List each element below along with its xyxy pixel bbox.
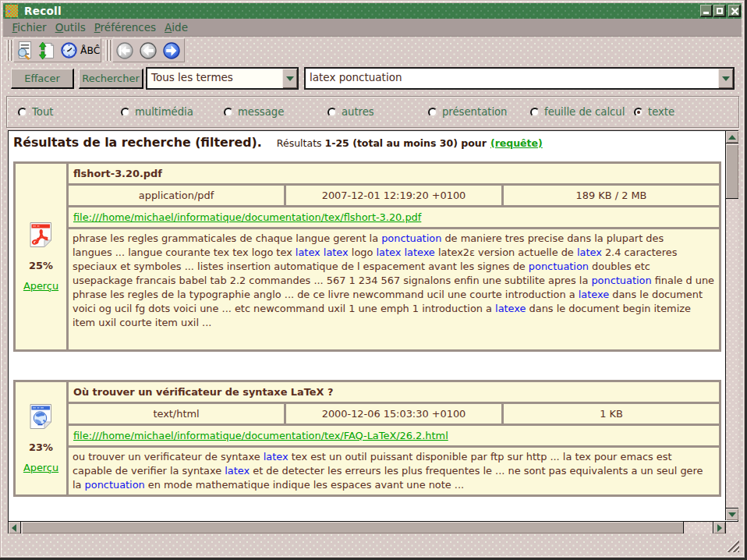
menu-fichier[interactable]: Fichier <box>8 19 51 35</box>
menu-preferences[interactable]: Préférences <box>90 19 160 35</box>
snippet-text: ou trouver un verificateur de syntaxe <box>73 451 264 463</box>
radio-icon <box>327 108 337 117</box>
clear-button[interactable]: Effacer <box>11 69 74 89</box>
term-explorer-icon: ÅBĈ <box>80 45 100 56</box>
result-mime: application/pdf <box>69 186 284 205</box>
titlebar[interactable]: Recoll <box>3 3 742 19</box>
handle-bar <box>105 40 108 61</box>
menu-mnemonic: A <box>165 21 172 34</box>
filter-radio-multime-dia[interactable]: multimédia <box>121 106 193 118</box>
sort-by-date-button[interactable] <box>58 42 80 58</box>
search-button[interactable]: Rechercher <box>79 69 143 89</box>
arrow-up-icon <box>728 135 736 140</box>
result-url-link[interactable]: file:///home/michael/informatique/docume… <box>73 430 448 441</box>
highlighted-term: latexe <box>579 289 609 300</box>
results-list: 25% Aperçu flshort-3.20.pdf application/… <box>9 161 724 497</box>
maximize-button[interactable] <box>713 5 726 17</box>
result-title: flshort-3.20.pdf <box>69 164 719 183</box>
menu-mnemonic: O <box>55 21 64 34</box>
menu-label: références <box>101 21 157 34</box>
result-side-cell: 23% Aperçu <box>16 382 66 494</box>
relevance-percent: 25% <box>16 260 66 271</box>
result-snippet: ou trouver un verificateur de syntaxe la… <box>69 448 719 494</box>
filter-radio-label: texte <box>648 106 674 118</box>
vertical-scrollbar-thumb[interactable] <box>726 144 738 199</box>
result-date: 2000-12-06 15:03:30 +0100 <box>286 404 501 424</box>
highlighted-term: latex <box>225 465 250 477</box>
search-query-combo[interactable]: latex ponctuation <box>304 67 735 90</box>
results-header-prefix: Résultats <box>271 137 325 149</box>
html-file-icon <box>30 404 52 429</box>
result-url-cell: file:///home/michael/informatique/docume… <box>69 426 719 445</box>
snippet-text: capable de verifier la syntaxe <box>73 465 225 477</box>
next-page-button[interactable] <box>160 42 183 59</box>
filter-radio-autres[interactable]: autres <box>327 106 374 118</box>
search-query-dropdown-button[interactable] <box>718 69 733 88</box>
search-query-value: latex ponctuation <box>310 71 402 83</box>
result-title: Où trouver un vérificateur de syntaxe La… <box>69 382 719 402</box>
vertical-scrollbar[interactable] <box>725 131 738 520</box>
highlighted-term: latex latex <box>296 246 349 258</box>
snippet-text: et de detecter les erreurs les plus freq… <box>250 465 703 477</box>
app-icon-dot <box>8 10 10 12</box>
result-snippet: phrase les regles grammaticales de chaqu… <box>69 229 719 349</box>
client-area: ÅBĈ <box>3 37 742 555</box>
results-header: Résultats de la recherche (filtered). Ré… <box>13 135 724 150</box>
category-filter-frame: Toutmultimédiamessageautresprésentationf… <box>6 96 739 128</box>
filter-radio-message[interactable]: message <box>224 106 284 118</box>
previous-page-button[interactable] <box>136 42 160 59</box>
filter-radio-feuille-de-calcul[interactable]: feuille de calcul <box>530 106 625 118</box>
highlighted-term: latex latexe <box>376 246 434 258</box>
resize-grip[interactable] <box>727 540 739 552</box>
menu-label: ide <box>172 21 188 34</box>
minimize-button[interactable] <box>700 5 713 17</box>
first-page-icon <box>116 42 133 59</box>
snippet-text: item uxil courte item uxil ... <box>73 317 211 328</box>
highlighted-term: latexe <box>495 303 526 314</box>
close-button[interactable] <box>728 5 741 17</box>
preview-link-row: Aperçu <box>16 271 66 292</box>
preview-link[interactable]: Aperçu <box>23 462 58 473</box>
menu-label: utils <box>63 21 85 34</box>
menu-aide[interactable]: Aide <box>161 19 193 35</box>
status-bar <box>3 497 742 555</box>
snippet-text: la <box>73 479 85 491</box>
menu-outils[interactable]: Outils <box>51 19 90 35</box>
app-icon <box>5 5 18 17</box>
snippet-text: speciaux et symboles ... listes insertio… <box>73 261 529 272</box>
search-mode-combo[interactable]: Tous les termes <box>146 67 299 90</box>
filter-radio-pre-sentation[interactable]: présentation <box>428 106 507 118</box>
snippet-text: 2.4 caracteres <box>602 246 678 258</box>
query-link[interactable]: (requête) <box>490 137 543 149</box>
search-mode-dropdown-button[interactable] <box>282 69 297 88</box>
radio-icon <box>634 108 643 117</box>
result-url-link[interactable]: file:///home/michael/informatique/docume… <box>73 211 421 223</box>
snippet-text: voici og ucil fg dots voici une ... etc … <box>73 303 495 314</box>
snippet-text: usepackage francais babel tab 2.2 comman… <box>73 275 591 286</box>
highlighted-term: ponctuation <box>529 261 589 272</box>
snippet-text: dans le document begin itemize <box>526 303 690 314</box>
filter-radio-tout[interactable]: Tout <box>18 106 53 118</box>
term-explorer-button[interactable]: ÅBĈ <box>80 45 101 56</box>
sort-by-relevance-button[interactable] <box>36 41 58 61</box>
filter-radio-texte[interactable]: texte <box>634 106 674 118</box>
toolbar-handle[interactable] <box>105 40 112 61</box>
result-url-cell: file:///home/michael/informatique/docume… <box>69 207 719 227</box>
show-query-details-button[interactable] <box>14 41 36 61</box>
highlighted-term: latex <box>577 246 602 258</box>
preview-link[interactable]: Aperçu <box>23 280 58 292</box>
snippet-text: langues ... langue courante tex tex logo… <box>73 246 296 258</box>
first-page-button[interactable] <box>113 42 136 59</box>
filter-radio-label: autres <box>342 106 374 118</box>
filter-radio-label: message <box>238 106 284 118</box>
sort-relevance-icon <box>38 41 55 61</box>
radio-dot <box>637 111 640 114</box>
result-mime: text/html <box>69 404 284 424</box>
radio-icon <box>530 108 540 117</box>
results-viewport: Résultats de la recherche (filtered). Ré… <box>9 131 724 520</box>
toolbar: ÅBĈ <box>3 37 742 66</box>
scroll-up-button[interactable] <box>726 131 738 144</box>
toolbar-handle[interactable] <box>6 40 12 61</box>
radio-icon <box>428 108 437 117</box>
search-mode-value: Tous les termes <box>151 71 233 83</box>
